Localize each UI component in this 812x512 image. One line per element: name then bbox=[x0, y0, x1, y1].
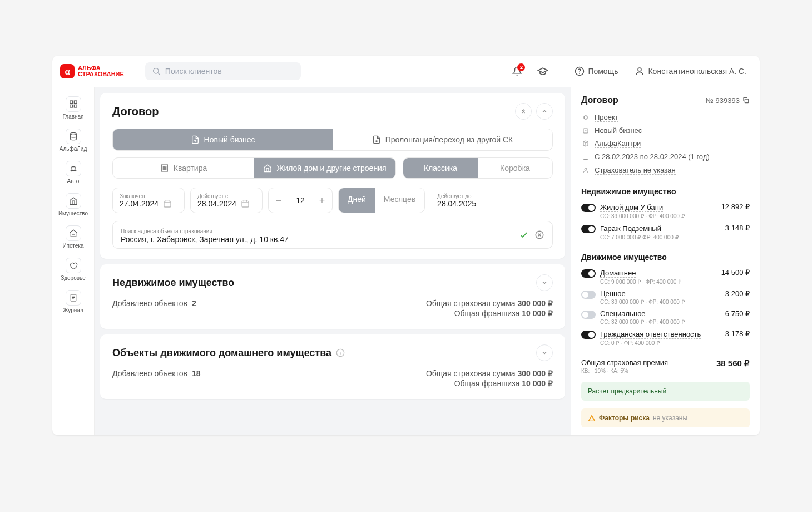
search-icon bbox=[152, 67, 161, 76]
sidebar-item-car[interactable]: Авто bbox=[52, 156, 94, 189]
tab-apartment[interactable]: Квартира bbox=[113, 158, 254, 178]
concluded-date-field[interactable]: Заключен 27.04.2024 bbox=[112, 188, 185, 213]
sidebar-item-mortgage[interactable]: Ипотека bbox=[52, 221, 94, 253]
house-icon bbox=[66, 193, 81, 209]
unit-months[interactable]: Месяцев bbox=[375, 188, 424, 213]
copy-icon[interactable] bbox=[742, 96, 750, 104]
svg-point-23 bbox=[584, 116, 587, 119]
chevron-down-icon bbox=[541, 279, 548, 286]
user-icon bbox=[635, 66, 645, 76]
db-icon bbox=[66, 129, 81, 144]
apartment-icon bbox=[160, 164, 169, 173]
toggle[interactable] bbox=[581, 311, 596, 319]
chevron-up-icon bbox=[541, 108, 548, 115]
notification-count: 2 bbox=[517, 63, 525, 71]
tab-classic[interactable]: Классика bbox=[403, 158, 478, 178]
sidebar-item-db[interactable]: АльфаЛид bbox=[52, 124, 94, 156]
svg-point-26 bbox=[585, 168, 587, 170]
svg-rect-18 bbox=[164, 201, 171, 207]
svg-rect-14 bbox=[163, 166, 164, 168]
academy-button[interactable] bbox=[533, 61, 553, 81]
summary-movable-item: Ценное СС: 39 000 000 ₽ · ФР: 400 000 ₽ … bbox=[581, 287, 750, 307]
svg-rect-17 bbox=[165, 169, 166, 170]
svg-rect-19 bbox=[242, 201, 249, 207]
user-icon bbox=[582, 167, 589, 174]
toggle[interactable] bbox=[581, 204, 596, 212]
svg-rect-15 bbox=[165, 166, 166, 168]
contract-title: Договор bbox=[112, 105, 159, 118]
sidebar-item-grid[interactable]: Главная bbox=[52, 92, 94, 124]
immovable-section: Недвижимое имущество Добавлено объектов … bbox=[100, 264, 565, 329]
info-icon[interactable] bbox=[336, 348, 345, 357]
grid-icon bbox=[66, 96, 81, 112]
svg-rect-5 bbox=[70, 101, 73, 104]
help-label: Помощь bbox=[588, 67, 618, 76]
duration-value: 12 bbox=[289, 196, 312, 205]
house-icon bbox=[263, 164, 272, 173]
toggle[interactable] bbox=[581, 331, 596, 339]
doc-arrow-icon bbox=[372, 135, 381, 144]
increment-button[interactable]: + bbox=[312, 188, 332, 213]
summary-movable-item: Специальное СС: 32 000 000 ₽ · ФР: 400 0… bbox=[581, 307, 750, 327]
contract-card: Договор bbox=[100, 93, 565, 259]
user-name: Константинопольская А. С. bbox=[648, 67, 746, 76]
calendar-icon bbox=[163, 199, 172, 208]
sidebar-item-journal[interactable]: Журнал bbox=[52, 285, 94, 318]
svg-rect-6 bbox=[74, 101, 77, 104]
svg-rect-8 bbox=[74, 105, 77, 107]
calendar-icon bbox=[241, 199, 250, 208]
svg-point-3 bbox=[580, 73, 580, 73]
check-icon bbox=[519, 230, 529, 240]
collapse-button[interactable] bbox=[536, 103, 553, 120]
movable-section: Объекты движимого домашнего имущества До… bbox=[100, 334, 565, 399]
toggle[interactable] bbox=[581, 225, 596, 233]
svg-rect-25 bbox=[583, 155, 588, 160]
svg-point-0 bbox=[154, 68, 159, 73]
doc-plus-icon bbox=[191, 135, 200, 144]
summary-movable-item: Домашнее СС: 9 000 000 ₽ · ФР: 400 000 ₽… bbox=[581, 266, 750, 287]
dot-icon bbox=[583, 115, 588, 120]
expand-button[interactable] bbox=[536, 274, 553, 291]
clear-icon[interactable] bbox=[534, 230, 544, 240]
valid-until: Действует до 28.04.2025 bbox=[430, 188, 483, 213]
graduation-cap-icon bbox=[537, 66, 548, 77]
search-placeholder: Поиск клиентов bbox=[165, 67, 222, 76]
summary-immovable-item: Гараж Подземный СС: 7 000 000 ₽ ФР: 400 … bbox=[581, 221, 750, 243]
search-input[interactable]: Поиск клиентов bbox=[145, 62, 301, 80]
banner-risk: Факторы риска не указаны bbox=[581, 408, 750, 427]
notifications-button[interactable]: 2 bbox=[507, 61, 527, 81]
calendar-icon bbox=[582, 154, 589, 160]
sidebar-item-house[interactable]: Имущество bbox=[52, 189, 94, 221]
chevron-down-icon bbox=[541, 349, 548, 356]
help-icon bbox=[575, 66, 585, 76]
start-date-field[interactable]: Действует с 28.04.2024 bbox=[190, 188, 263, 213]
unit-days[interactable]: Дней bbox=[339, 188, 375, 213]
summary-liability: Гражданская ответственность СС: 0 ₽ · ФР… bbox=[581, 327, 750, 348]
sidebar-item-heart[interactable]: Здоровье bbox=[52, 253, 94, 285]
svg-rect-22 bbox=[745, 99, 748, 102]
heart-icon bbox=[66, 258, 81, 273]
summary-title: Договор bbox=[581, 95, 618, 105]
address-field[interactable]: Поиск адреса объекта страхования Россия,… bbox=[112, 221, 553, 249]
toggle[interactable] bbox=[581, 291, 596, 299]
tab-box[interactable]: Коробка bbox=[478, 158, 552, 178]
summary-immovable-item: Жилой дом У бани СС: 39 000 000 ₽ · ФР: … bbox=[581, 200, 750, 221]
toggle[interactable] bbox=[581, 269, 596, 278]
expand-button[interactable] bbox=[536, 344, 553, 361]
contract-number: № 939393 bbox=[706, 96, 750, 105]
mortgage-icon bbox=[66, 225, 81, 241]
svg-point-9 bbox=[70, 132, 76, 135]
svg-rect-7 bbox=[70, 105, 73, 107]
brand-logo: α АЛЬФА СТРАХОВАНИЕ bbox=[60, 64, 124, 78]
svg-point-4 bbox=[638, 68, 641, 71]
decrement-button[interactable]: − bbox=[269, 188, 289, 213]
user-menu[interactable]: Константинопольская А. С. bbox=[629, 63, 752, 80]
collapse-all-button[interactable] bbox=[515, 103, 532, 120]
help-button[interactable]: Помощь bbox=[569, 63, 623, 80]
tag-icon bbox=[582, 127, 589, 134]
tab-new-business[interactable]: Новый бизнес bbox=[113, 129, 333, 150]
tab-house[interactable]: Жилой дом и другие строения bbox=[254, 158, 395, 178]
tab-prolongation[interactable]: Пролонгация/переход из другой СК bbox=[333, 129, 552, 150]
section-title: Недвижимое имущество bbox=[112, 277, 234, 289]
double-chevron-up-icon bbox=[520, 108, 527, 115]
